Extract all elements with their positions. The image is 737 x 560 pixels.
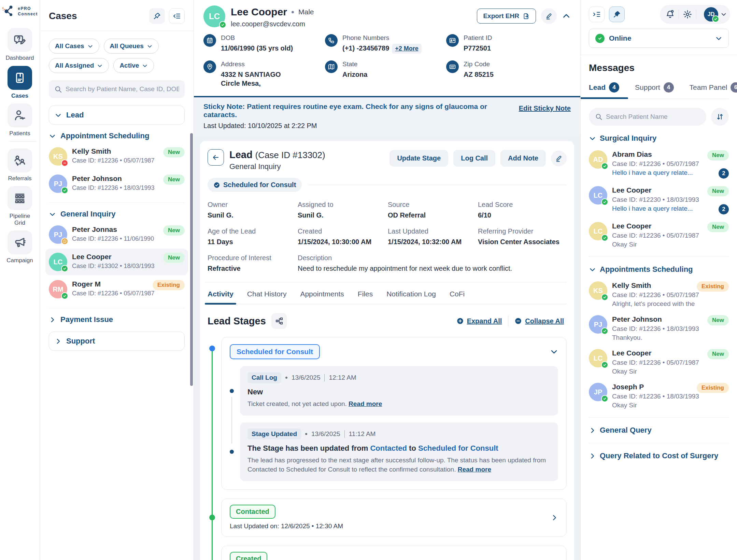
- message-list-item[interactable]: LCLee CooperCase ID: #12230 • 18/03/1993…: [589, 186, 729, 214]
- expand-all-link[interactable]: Expand All: [456, 317, 502, 325]
- field-label: Address: [221, 60, 301, 68]
- case-list-item[interactable]: RMRoger MCase ID: #12236 • 05/07/1987Exi…: [45, 276, 188, 303]
- event-stage-link[interactable]: Scheduled for Consult: [418, 444, 498, 452]
- edit-case-button[interactable]: [551, 151, 567, 166]
- avatar-initials: KS: [53, 153, 63, 160]
- log-call-button[interactable]: Log Call: [453, 150, 495, 167]
- read-more-link[interactable]: Read more: [458, 466, 491, 473]
- messages-tab-team-panel[interactable]: Team Panel6: [690, 82, 737, 99]
- tab-chat-history[interactable]: Chat History: [247, 290, 287, 304]
- message-group-surgical-inquiry[interactable]: Surgical Inquiry: [589, 134, 729, 143]
- event-stage-link[interactable]: Contacted: [370, 444, 407, 452]
- avatar: LC: [49, 253, 67, 271]
- sidebar-item-campaign[interactable]: Campaign: [3, 230, 37, 264]
- tag-existing: Existing: [697, 281, 729, 292]
- campaign-icon: [13, 236, 26, 249]
- messages-tab-support[interactable]: Support4: [635, 82, 674, 99]
- message-list-item[interactable]: ADAbram DiasCase ID: #12236 • 05/07/1987…: [589, 150, 729, 179]
- case-list-item[interactable]: KSKelly SmithCase ID: #12236 • 05/07/198…: [45, 143, 188, 170]
- message-list-item[interactable]: KSKelly SmithCase ID: #12236 • 05/07/198…: [589, 281, 729, 308]
- collapse-all-link[interactable]: Collapse All: [514, 317, 564, 325]
- sidebar-item-cases[interactable]: Cases: [3, 66, 37, 99]
- tab-appointments[interactable]: Appointments: [300, 290, 344, 304]
- detail-label: Age of the Lead: [208, 227, 298, 235]
- stage-collapse-icon[interactable]: [550, 348, 558, 356]
- messages-search-input[interactable]: [606, 113, 700, 121]
- read-more-link[interactable]: Read more: [349, 400, 382, 407]
- tab-cofi[interactable]: CoFi: [450, 290, 465, 304]
- pin-panel-button[interactable]: [149, 8, 165, 24]
- sidebar-item-dashboard[interactable]: Dashboard: [3, 28, 37, 61]
- lead-stages-title: Lead Stages: [208, 316, 266, 327]
- message-patient-name: Abram Dias: [612, 150, 707, 158]
- notifications-icon[interactable]: [665, 10, 675, 19]
- update-stage-button[interactable]: Update Stage: [389, 150, 448, 167]
- message-list-item[interactable]: LCLee CooperCase ID: #12236 • 05/07/1987…: [589, 349, 729, 375]
- sidebar-item-referrals[interactable]: Referrals: [3, 149, 37, 182]
- edit-patient-button[interactable]: [541, 8, 557, 24]
- sort-button[interactable]: [711, 108, 729, 126]
- messages-tab-lead[interactable]: Lead4: [589, 82, 619, 99]
- tab-files[interactable]: Files: [358, 290, 373, 304]
- collapse-panel-button[interactable]: [169, 8, 185, 24]
- filter-all-cases[interactable]: All Cases: [49, 39, 99, 54]
- date-time-separator: [324, 374, 325, 381]
- detail-label: Last Updated: [388, 227, 478, 235]
- case-list-item[interactable]: LCLee CooperCase ID: #13302 • 18/03/1993…: [45, 249, 188, 275]
- sidebar-item-pipeline-grid[interactable]: Pipeline Grid: [3, 186, 37, 226]
- message-group-general-query[interactable]: General Query: [589, 426, 729, 435]
- message-list-item[interactable]: JPJoseph PCase ID: #12236 • 18/03/1993Ok…: [589, 383, 729, 409]
- message-patient-name: Kelly Smith: [612, 281, 697, 290]
- status-dropdown[interactable]: Online: [589, 29, 729, 48]
- user-avatar[interactable]: JD: [704, 7, 718, 22]
- user-menu-chevron-icon[interactable]: [721, 11, 727, 17]
- case-subgroup-appointment-scheduling[interactable]: Appointment Scheduling: [49, 131, 185, 140]
- filter-all-assigned[interactable]: All Assigned: [49, 58, 109, 73]
- messages-search[interactable]: [589, 108, 706, 126]
- stage-expand-icon[interactable]: [551, 514, 558, 521]
- case-list-item[interactable]: PJPeter JohnsonCase ID: #12236 • 18/03/1…: [45, 170, 188, 197]
- settings-icon[interactable]: [683, 10, 692, 19]
- sidebar-item-patients[interactable]: Patients: [3, 103, 37, 137]
- more-phones-link[interactable]: +2 More: [392, 44, 422, 54]
- chevron-down-icon: [87, 43, 93, 49]
- message-preview: Hello i have a query relate...: [612, 169, 707, 177]
- case-subgroup-payment-issue[interactable]: Payment Issue: [49, 315, 185, 324]
- stage-flow-button[interactable]: [271, 313, 287, 329]
- case-search[interactable]: [49, 80, 185, 98]
- message-list-item[interactable]: PJPeter JohnsonCase ID: #12236 • 18/03/1…: [589, 315, 729, 341]
- case-group-support[interactable]: Support: [49, 332, 185, 351]
- case-list-item[interactable]: PJPeter JonnasCase ID: #12236 • 11/06/19…: [45, 221, 188, 248]
- case-group-lead[interactable]: Lead: [49, 106, 185, 125]
- cases-scrollbar[interactable]: [190, 133, 193, 386]
- collapse-header-icon[interactable]: [562, 12, 571, 20]
- pencil-icon: [555, 155, 563, 162]
- back-button[interactable]: [208, 149, 224, 166]
- export-ehr-button[interactable]: Export EHR: [477, 9, 536, 24]
- event-title: New: [247, 388, 551, 396]
- message-list-item[interactable]: LCLee CooperCase ID: #12236 • 05/07/1987…: [589, 222, 729, 248]
- message-group-appointments-scheduling[interactable]: Appointments Scheduling: [589, 265, 729, 274]
- tab-notification-log[interactable]: Notification Log: [386, 290, 436, 304]
- edit-sticky-note-link[interactable]: Edit Sticky Note: [519, 104, 571, 112]
- add-note-button[interactable]: Add Note: [500, 150, 546, 167]
- case-filters: All CasesAll QueuesAll AssignedActive: [40, 31, 194, 73]
- timeline-dot-done: [209, 515, 215, 520]
- stage-collapsed-created[interactable]: CreatedLast Updated on: 12/6/2025 • 11:1…: [221, 546, 567, 560]
- message-group-query-related-to-cost-of-surgery[interactable]: Query Related to Cost of Surgery: [589, 451, 729, 460]
- stage-collapsed-contacted[interactable]: ContactedLast Updated on: 12/6/2025 • 12…: [221, 499, 567, 537]
- case-subgroup-general-inquiry[interactable]: General Inquiry: [49, 210, 185, 219]
- tab-activity[interactable]: Activity: [208, 290, 233, 304]
- pin-messages-button[interactable]: [609, 6, 625, 22]
- stage-pill[interactable]: Scheduled for Consult: [230, 344, 320, 359]
- avatar-initials: AD: [593, 156, 603, 164]
- case-search-input[interactable]: [66, 85, 179, 93]
- filter-all-queues[interactable]: All Queues: [104, 39, 159, 54]
- expand-messages-button[interactable]: [589, 6, 605, 22]
- cases-panel: Cases All CasesAll QueuesAll AssignedAct…: [40, 0, 194, 560]
- event-title: The Stage has been updated from Contacte…: [247, 444, 551, 453]
- filter-active[interactable]: Active: [113, 58, 154, 73]
- message-preview: Thankyou.: [612, 334, 707, 341]
- group-divider: [589, 256, 729, 257]
- chevron-down-icon: [589, 266, 596, 273]
